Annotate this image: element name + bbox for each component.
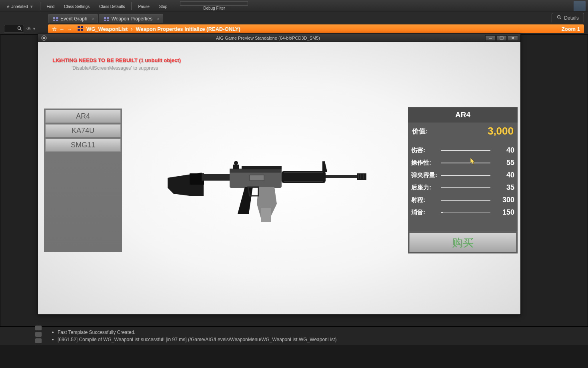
bullet-icon [52,332,54,333]
stat-rows: 伤害:40操作性:55弹夹容量:40后座力:35射程:300消音:150 [408,140,518,231]
svg-rect-7 [107,20,109,21]
weapon-list: AR4 KA74U SMG11 [44,109,122,252]
stat-value: 150 [490,208,514,217]
toolbar-class-defaults[interactable]: Class Defaults [94,3,130,9]
back-arrow-icon[interactable]: ← [59,26,64,32]
editor-toolbar: e Unrelated▼ Find Class Settings Class D… [0,0,588,12]
stat-row: 弹夹容量:40 [411,169,514,181]
stat-row: 伤害:40 [411,144,514,157]
tab-label: Event Graph [60,16,87,22]
toolbar-hide-unrelated[interactable]: e Unrelated▼ [2,3,38,9]
svg-rect-12 [78,26,80,28]
weapon-button-label: KA74U [72,127,94,135]
zoom-level: Zoom 1 [562,26,580,32]
stat-label: 伤害: [411,147,441,154]
stat-row: 操作性:55 [411,157,514,169]
debug-filter-label: Debug Filter [203,6,225,10]
stat-value: 55 [490,159,514,167]
weapon-button-smg11[interactable]: SMG11 [45,139,121,152]
stat-bar [441,187,490,188]
toolbar-label: Class Settings [64,4,90,9]
stat-bar [441,175,490,176]
stat-value: 40 [490,171,514,179]
svg-rect-1 [56,17,58,19]
lighting-warning: LIGHTING NEEDS TO BE REBUILT (1 unbuilt … [52,57,181,63]
svg-rect-15 [81,29,83,31]
blueprint-icon [104,17,109,21]
mail-icon[interactable] [35,338,42,343]
svg-point-26 [234,161,238,165]
breadcrumb-seg[interactable]: Weapon Properties Initialize (READ-ONLY) [136,26,240,32]
svg-rect-22 [202,174,231,181]
price-label: 价值: [412,127,428,136]
toolbar-stop[interactable]: Stop [154,3,172,9]
toolbar-pause[interactable]: Pause [133,3,154,9]
svg-rect-27 [242,166,282,169]
toolbar-find[interactable]: Find [42,3,59,9]
tab-event-graph[interactable]: Event Graph × [48,14,98,23]
close-button[interactable] [508,35,518,41]
editor-app-icon[interactable] [574,1,586,11]
svg-rect-0 [53,17,55,19]
dropdown-arrow-icon[interactable]: ▼ [32,27,36,31]
buy-button-label: 购买 [452,235,474,250]
svg-rect-29 [261,208,271,222]
stat-bar [441,200,490,201]
tab-details[interactable]: Details [552,13,584,22]
game-viewport[interactable]: LIGHTING NEEDS TO BE REBUILT (1 unbuilt … [38,42,520,314]
mail-icon[interactable] [35,332,42,337]
breadcrumb-seg[interactable]: WG_WeaponList [86,26,128,32]
stat-label: 弹夹容量: [411,171,441,179]
debug-filter[interactable]: Debug Filter [180,1,248,10]
stat-label: 操作性: [411,159,441,167]
compiler-log[interactable]: Fast Template Successfully Created. [696… [0,327,588,345]
stat-value: 40 [490,146,514,155]
weapon-button-ar4[interactable]: AR4 [45,110,121,123]
svg-rect-3 [56,20,58,21]
bullet-icon [52,339,54,340]
price-row: 价值: 3,000 [408,123,518,140]
blueprint-icon [53,17,58,21]
close-icon[interactable]: × [92,16,94,21]
divider [40,2,40,10]
toolbar-class-settings[interactable]: Class Settings [59,3,94,9]
weapon-button-ka74u[interactable]: KA74U [45,124,121,137]
svg-point-8 [558,16,560,18]
stat-row: 消音:150 [411,206,514,219]
toolbar-label: Stop [159,4,168,9]
maximize-button[interactable] [496,35,507,41]
svg-line-9 [560,18,561,19]
svg-rect-28 [250,175,264,181]
graph-search[interactable] [4,25,24,33]
stat-bar [441,150,490,151]
game-titlebar[interactable]: AIG Game Preview Standalone (64-bit/PCD3… [38,34,520,42]
graph-breadcrumb[interactable]: ☆ ← → WG_WeaponList › Weapon Properties … [48,24,584,33]
suppress-hint: 'DisableAllScreenMessages' to suppress [72,65,158,71]
minimize-button[interactable] [485,35,496,41]
forward-arrow-icon[interactable]: → [67,26,72,32]
svg-rect-13 [81,26,83,28]
mail-icon[interactable] [35,326,42,330]
log-line: Fast Template Successfully Created. [52,329,536,336]
price-value: 3,000 [488,125,514,137]
stat-label: 后座力: [411,184,441,191]
star-icon: ☆ [52,26,57,32]
eye-icon[interactable]: 👁 [26,26,32,32]
editor-tab-bar: Event Graph × Weapon Properties × Detail… [0,12,588,23]
side-icon-strip [35,326,42,343]
stat-label: 射程: [411,196,441,204]
svg-rect-14 [78,29,80,31]
svg-rect-6 [104,20,106,21]
weapon-button-label: AR4 [76,112,90,121]
weapon-stat-panel: AR4 价值: 3,000 伤害:40操作性:55弹夹容量:40后座力:35射程… [408,107,518,253]
stat-bar [441,212,490,213]
graph-header: 👁 ▼ ☆ ← → WG_WeaponList › Weapon Propert… [0,23,588,34]
game-window-title: AIG Game Preview Standalone (64-bit/PCD3… [51,36,485,40]
tab-weapon-properties[interactable]: Weapon Properties × [99,14,163,23]
buy-button[interactable]: 购买 [409,233,516,252]
close-icon[interactable]: × [157,16,159,21]
stat-value: 35 [490,183,514,192]
stat-bar [441,163,490,163]
debug-filter-box[interactable] [180,1,248,6]
toolbar-label: e Unrelated [7,4,28,9]
